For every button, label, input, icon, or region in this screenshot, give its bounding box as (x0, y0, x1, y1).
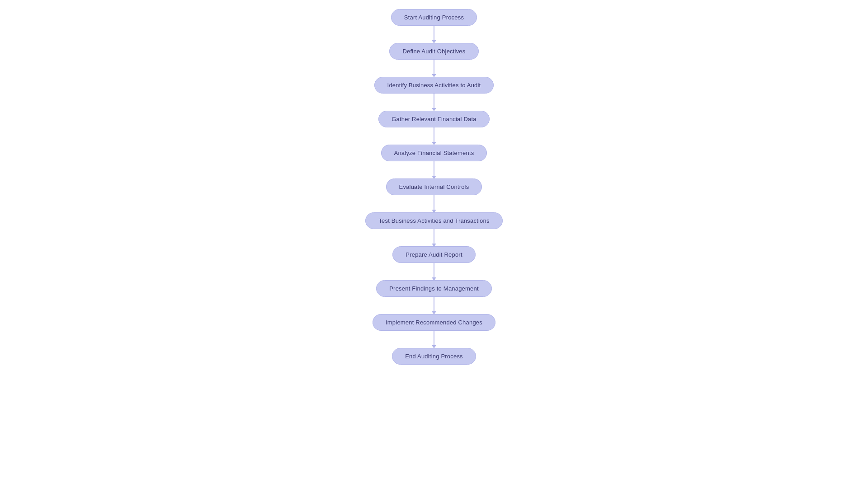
flow-node-implement: Implement Recommended Changes (373, 314, 495, 331)
connector-5 (434, 195, 434, 212)
flow-node-present: Present Findings to Management (376, 280, 492, 297)
connector-8 (434, 297, 434, 314)
flowchart-container: Start Auditing ProcessDefine Audit Objec… (0, 0, 868, 365)
connector-6 (434, 229, 434, 246)
flow-node-identify: Identify Business Activities to Audit (374, 77, 494, 94)
flow-node-analyze: Analyze Financial Statements (381, 145, 487, 161)
connector-1 (434, 60, 434, 77)
flow-node-gather: Gather Relevant Financial Data (378, 111, 489, 127)
flow-node-test: Test Business Activities and Transaction… (365, 212, 502, 229)
connector-7 (434, 263, 434, 280)
flow-node-prepare: Prepare Audit Report (392, 246, 475, 263)
flow-node-evaluate: Evaluate Internal Controls (386, 178, 482, 195)
connector-9 (434, 331, 434, 348)
connector-2 (434, 94, 434, 111)
flow-node-end: End Auditing Process (392, 348, 476, 365)
flow-node-start: Start Auditing Process (391, 9, 477, 26)
connector-3 (434, 127, 434, 145)
flow-node-define: Define Audit Objectives (389, 43, 478, 60)
connector-4 (434, 161, 434, 178)
connector-0 (434, 26, 434, 43)
